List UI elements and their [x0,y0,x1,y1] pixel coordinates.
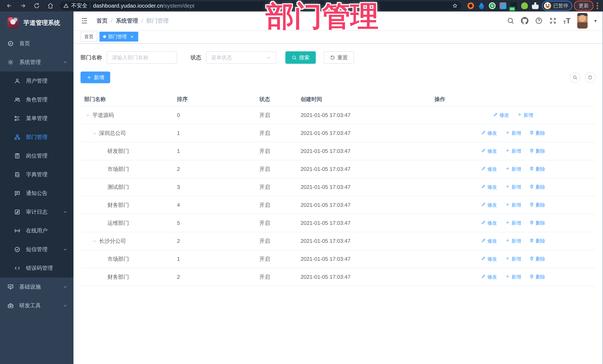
add-link[interactable]: 新增 [505,274,521,280]
browser-forward-icon[interactable] [17,1,29,10]
dept-actions-cell: 修改新增删除 [431,214,596,232]
avatar[interactable] [577,13,588,29]
edit-link[interactable]: 修改 [481,274,497,280]
sidebar-item-depts[interactable]: 部门管理 [0,128,73,146]
sidebar-item-users[interactable]: 用户管理 [0,72,73,90]
browser-menu-icon[interactable] [595,2,600,9]
sidebar: 芋道管理系统 首页系统管理用户管理角色管理菜单管理部门管理岗位管理字典管理通知公… [0,11,73,364]
browser-update-button[interactable]: 更新 [574,1,593,11]
add-link[interactable]: 新增 [505,184,521,190]
bookmark-star-icon[interactable] [452,3,458,9]
action-label: 修改 [487,238,497,244]
sidebar-item-roles[interactable]: 角色管理 [0,90,73,109]
extension-switch-icon[interactable]: on [510,2,517,9]
github-icon[interactable] [521,17,528,24]
refresh-button[interactable] [585,72,596,83]
delete-link[interactable]: 删除 [529,130,545,136]
address-bar[interactable]: 不安全 dashboard.yudao.iocoder.cn/system/de… [60,1,462,10]
dept-time-cell: 2021-01-05 17:03:47 [297,142,431,160]
extension-grid-icon[interactable] [500,2,506,9]
table-row: 测试部门3开启2021-01-05 17:03:47修改新增删除 [81,178,596,196]
browser-back-icon[interactable] [3,1,15,10]
table-row: 财务部门2开启2021-01-05 17:03:47修改新增删除 [81,268,596,286]
edit-link[interactable]: 修改 [481,130,497,136]
edit-link[interactable]: 修改 [481,220,497,226]
tree-expand-caret[interactable] [92,238,97,244]
sidebar-item-dev-tools[interactable]: 研发工具 [0,296,73,315]
add-link[interactable]: 新增 [505,220,521,226]
edit-link[interactable]: 修改 [481,148,497,154]
fullscreen-icon[interactable] [549,17,557,24]
sidebar-item-label: 岗位管理 [26,152,47,160]
announcement-icon [14,190,20,197]
tag-close-icon[interactable]: × [129,34,135,39]
add-link[interactable]: 新增 [505,202,521,208]
breadcrumb-item[interactable]: 首页 [96,17,108,25]
dept-name-input[interactable] [107,51,177,64]
browser-home-icon[interactable] [45,1,56,10]
edit-link[interactable]: 修改 [481,256,497,262]
tag-item[interactable]: 首页 [81,32,97,42]
tree-expand-caret[interactable] [92,131,97,136]
extension-drop-icon[interactable] [478,2,485,9]
edit-link[interactable]: 修改 [481,238,497,244]
dept-actions-cell: 修改新增删除 [431,178,596,196]
hamburger-icon[interactable] [79,17,90,25]
status-select[interactable]: 菜单状态 [206,51,277,64]
edit-link[interactable]: 修改 [481,166,497,172]
sidebar-item-menus[interactable]: 菜单管理 [0,109,73,128]
delete-link[interactable]: 删除 [529,238,545,244]
action-label: 新增 [511,274,521,280]
search-button[interactable]: 搜索 [285,51,316,64]
sidebar-item-online-users[interactable]: 在线用户 [0,221,73,240]
delete-link[interactable]: 删除 [529,184,545,190]
sidebar-item-home[interactable]: 首页 [0,34,73,53]
delete-link[interactable]: 删除 [529,148,545,154]
profile-paused-badge[interactable]: 已暂停 [542,1,572,11]
edit-link[interactable]: 修改 [493,112,509,118]
add-link[interactable]: 新增 [505,130,521,136]
delete-link[interactable]: 删除 [529,166,545,172]
add-link[interactable]: 新增 [517,112,533,118]
delete-link[interactable]: 删除 [529,202,545,208]
dept-status-cell: 开启 [256,250,297,268]
extensions-puzzle-icon[interactable] [532,2,539,9]
sidebar-item-sms[interactable]: 短信管理 [0,240,73,259]
edit-link[interactable]: 修改 [481,184,497,190]
delete-link[interactable]: 删除 [529,256,545,262]
toggle-search-button[interactable] [570,72,580,83]
add-link[interactable]: 新增 [505,166,521,172]
browser-reload-icon[interactable] [31,1,43,10]
sidebar-item-label: 基础设施 [19,283,41,291]
logo-row[interactable]: 芋道管理系统 [0,11,73,34]
sidebar-item-system[interactable]: 系统管理 [0,53,73,72]
search-icon[interactable] [507,17,514,24]
edit-link[interactable]: 修改 [481,202,497,208]
extension-green-icon[interactable]: V [489,2,496,9]
avatar-caret-icon[interactable]: ▾ [594,18,597,24]
extension-orange-icon[interactable] [467,2,474,9]
breadcrumb-item[interactable]: 系统管理 [116,17,138,25]
dept-actions-cell: 修改新增删除 [431,124,596,142]
add-button[interactable]: 新增 [81,72,110,83]
reset-button[interactable]: 重置 [324,51,354,64]
tag-active[interactable]: 部门管理× [99,32,138,42]
add-link[interactable]: 新增 [505,238,521,244]
font-size-icon[interactable]: TT [563,17,570,25]
tree-expand-caret[interactable] [85,112,91,118]
sidebar-item-audit-logs[interactable]: 审计日志 [0,203,73,221]
action-label: 删除 [536,202,545,208]
sidebar-item-error-codes[interactable]: 错误码管理 [0,259,73,277]
sidebar-item-dicts[interactable]: 字典管理 [0,165,73,184]
user-icon [14,78,20,84]
help-icon[interactable] [535,17,543,24]
add-link[interactable]: 新增 [505,148,521,154]
delete-link[interactable]: 删除 [529,274,545,280]
sidebar-item-infra[interactable]: 基础设施 [0,277,73,296]
delete-link[interactable]: 删除 [529,220,545,226]
add-link[interactable]: 新增 [505,256,521,262]
dept-name: 财务部门 [107,273,129,281]
extension-frog-icon[interactable] [521,2,528,9]
sidebar-item-notices[interactable]: 通知公告 [0,184,73,203]
sidebar-item-posts[interactable]: 岗位管理 [0,146,73,165]
